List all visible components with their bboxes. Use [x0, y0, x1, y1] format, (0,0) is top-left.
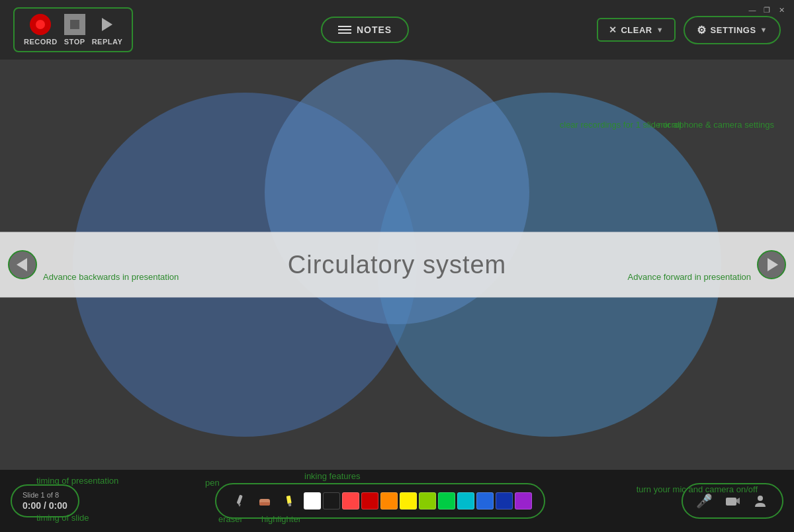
replay-icon — [97, 14, 118, 35]
slide-timing-area: Slide 1 of 8 0:00 / 0:00 — [11, 484, 79, 517]
settings-icon: ⚙ — [697, 24, 707, 36]
camera-button[interactable] — [721, 490, 744, 512]
eraser-tool-button[interactable] — [253, 490, 276, 512]
camera-icon — [725, 493, 740, 509]
color-swatch-1133aa[interactable] — [496, 492, 513, 510]
color-swatch-ff4444[interactable] — [342, 492, 359, 510]
nav-forward-button[interactable] — [757, 250, 786, 279]
bottom-bar: Slide 1 of 8 0:00 / 0:00 — [0, 470, 794, 532]
drawing-toolbar — [215, 483, 545, 519]
slide-number: Slide 1 of 8 — [22, 491, 67, 499]
record-controls: RECORD STOP REPLAY — [13, 7, 133, 52]
annotation-inking: inking features — [304, 470, 361, 482]
close-button[interactable]: ✕ — [777, 5, 786, 15]
svg-rect-3 — [237, 495, 243, 505]
clear-dropdown-icon: ▼ — [656, 26, 664, 34]
notes-icon — [338, 26, 351, 34]
replay-label: REPLAY — [92, 38, 123, 46]
slide-info: Slide 1 of 8 0:00 / 0:00 — [11, 484, 79, 517]
color-palette — [304, 492, 532, 510]
clear-x-icon: ✕ — [609, 24, 617, 35]
slide-area: Circulatory system clear recordings for … — [0, 60, 794, 470]
restore-button[interactable]: ❐ — [762, 5, 772, 15]
microphone-button[interactable]: 🎤 — [693, 490, 716, 512]
nav-back-icon — [17, 258, 27, 271]
color-swatch-ff8800[interactable] — [380, 492, 398, 510]
slide-title-banner: Circulatory system — [0, 232, 794, 298]
svg-rect-7 — [287, 496, 292, 504]
pen-tool-button[interactable] — [228, 490, 251, 512]
svg-point-11 — [758, 496, 763, 501]
stop-button[interactable]: STOP — [64, 14, 85, 46]
top-right: ✕ CLEAR ▼ ⚙ SETTINGS ▼ — [597, 16, 781, 44]
settings-dropdown-icon: ▼ — [760, 26, 768, 34]
slide-time: 0:00 / 0:00 — [22, 500, 67, 511]
color-swatch-ffffff[interactable] — [304, 492, 321, 510]
color-swatch-ffee00[interactable] — [400, 492, 417, 510]
window-controls: — ❐ ✕ — [748, 5, 786, 15]
notes-label: NOTES — [357, 24, 392, 35]
color-swatch-2266dd[interactable] — [476, 492, 494, 510]
time-total: 0:00 — [49, 500, 67, 511]
slide-title: Circulatory system — [288, 251, 507, 279]
time-separator: / — [44, 500, 49, 511]
clear-button[interactable]: ✕ CLEAR ▼ — [597, 18, 676, 42]
nav-forward-icon — [768, 258, 778, 271]
record-label: RECORD — [24, 38, 58, 46]
color-swatch-88cc00[interactable] — [419, 492, 436, 510]
stop-icon — [64, 14, 85, 35]
svg-rect-6 — [259, 502, 270, 506]
color-swatch-9922cc[interactable] — [515, 492, 532, 510]
top-center: NOTES — [321, 17, 409, 43]
person-button[interactable] — [749, 490, 772, 512]
settings-button[interactable]: ⚙ SETTINGS ▼ — [684, 16, 781, 44]
color-swatch-cc0000[interactable] — [361, 492, 378, 510]
minimize-button[interactable]: — — [748, 5, 757, 15]
color-swatch-00cc44[interactable] — [438, 492, 455, 510]
eraser-icon — [257, 494, 272, 508]
clear-label: CLEAR — [621, 25, 652, 35]
record-button[interactable]: RECORD — [24, 14, 58, 46]
settings-label: SETTINGS — [711, 25, 756, 35]
svg-marker-4 — [238, 504, 241, 507]
annotation-pen: pen — [205, 477, 220, 489]
nav-back-button[interactable] — [8, 250, 37, 279]
notes-button[interactable]: NOTES — [321, 17, 409, 43]
highlighter-tool-button[interactable] — [279, 490, 301, 512]
person-icon — [753, 494, 768, 508]
color-swatch-1a1a1a[interactable] — [323, 492, 340, 510]
record-icon — [30, 14, 51, 35]
time-current: 0:00 — [22, 500, 41, 511]
svg-rect-9 — [726, 498, 736, 506]
replay-button[interactable]: REPLAY — [92, 14, 123, 46]
color-swatch-00bbcc[interactable] — [457, 492, 474, 510]
svg-marker-10 — [736, 498, 740, 504]
pen-icon — [232, 494, 247, 508]
stop-label: STOP — [64, 38, 85, 46]
highlighter-icon — [283, 494, 297, 508]
microphone-icon: 🎤 — [696, 493, 713, 509]
media-controls: 🎤 — [682, 483, 783, 519]
top-bar: RECORD STOP REPLAY NOTES ✕ CLEAR ▼ — [0, 0, 794, 60]
